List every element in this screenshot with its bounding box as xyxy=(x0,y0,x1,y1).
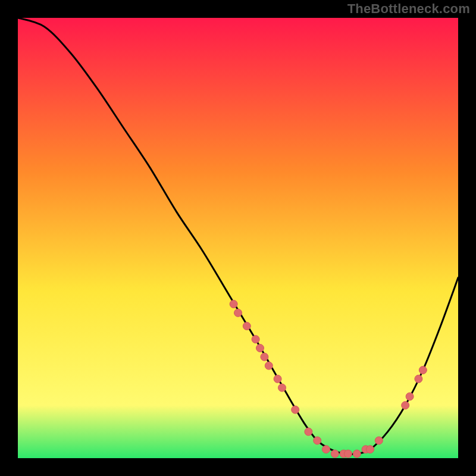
data-point xyxy=(278,384,286,392)
data-point xyxy=(265,362,273,369)
data-point xyxy=(230,300,237,308)
watermark-text: TheBottleneck.com xyxy=(347,1,470,17)
data-point xyxy=(345,450,352,458)
data-point xyxy=(305,428,312,436)
data-point xyxy=(367,446,374,453)
bottleneck-chart xyxy=(18,18,458,458)
data-point xyxy=(331,450,339,458)
gradient-background xyxy=(18,18,458,458)
data-point xyxy=(353,450,361,458)
chart-frame: TheBottleneck.com xyxy=(0,0,476,476)
data-point xyxy=(274,375,281,383)
data-point xyxy=(406,393,414,400)
data-point xyxy=(314,437,321,444)
data-point xyxy=(252,336,259,343)
data-point xyxy=(243,322,250,330)
data-point xyxy=(256,345,264,352)
data-point xyxy=(322,446,330,453)
data-point xyxy=(234,309,242,317)
data-point xyxy=(415,375,422,383)
data-point xyxy=(402,402,409,409)
data-point xyxy=(261,353,268,361)
data-point xyxy=(375,437,383,444)
data-point xyxy=(419,367,427,374)
data-point xyxy=(292,406,299,414)
plot-area xyxy=(18,18,458,458)
